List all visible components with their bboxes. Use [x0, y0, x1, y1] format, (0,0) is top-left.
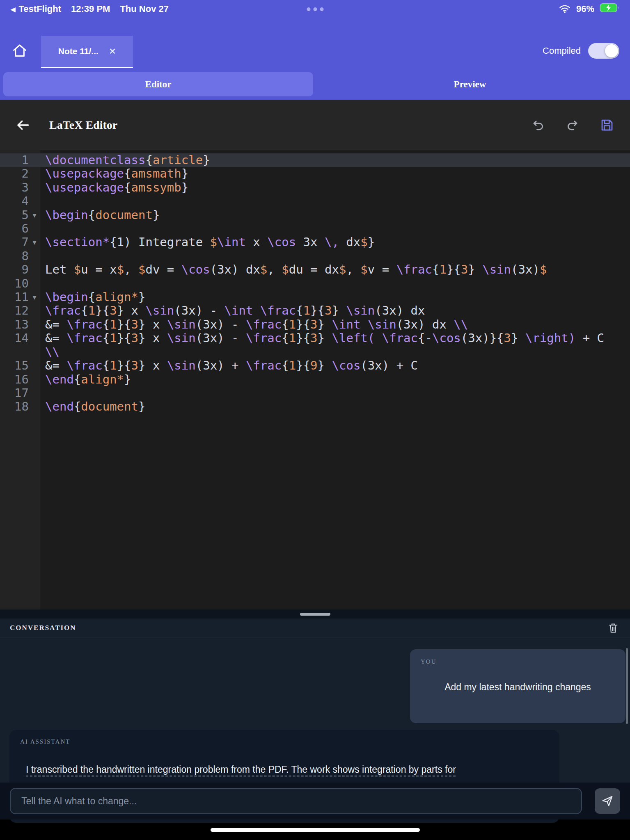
undo-button[interactable]: [529, 116, 547, 134]
line-number: 9: [0, 263, 29, 276]
code-line[interactable]: 12\frac{1}{3} x \sin(3x) - \int \frac{1}…: [0, 304, 630, 317]
fold-spacer: [29, 249, 40, 263]
line-gutter: 15: [0, 359, 40, 372]
back-to-app-label: TestFlight: [19, 4, 61, 14]
home-indicator[interactable]: [211, 828, 420, 832]
message-role-assistant: AI ASSISTANT: [20, 738, 549, 745]
code-line[interactable]: 10: [0, 277, 630, 290]
code-line-text[interactable]: \usepackage{amsmath}: [40, 167, 630, 180]
fold-spacer: [29, 400, 40, 413]
fold-chevron-icon[interactable]: ▾: [29, 208, 40, 222]
code-line[interactable]: 1\documentclass{article}: [0, 153, 630, 167]
fold-spacer: [29, 153, 40, 167]
fold-chevron-icon[interactable]: ▾: [29, 290, 40, 304]
line-number: 4: [0, 194, 29, 208]
line-number: 16: [0, 373, 29, 386]
home-button[interactable]: [11, 42, 29, 60]
drag-handle[interactable]: [300, 613, 330, 616]
code-line-text[interactable]: Let $u = x$, $dv = \cos(3x) dx$, $du = d…: [40, 263, 630, 276]
line-gutter: 14: [0, 331, 40, 359]
back-to-app-icon: ◀: [11, 6, 16, 12]
code-line-text[interactable]: \begin{align*}: [40, 290, 630, 304]
ipad-screen: ◀ TestFlight 12:39 PM Thu Nov 27 96%: [0, 0, 630, 840]
code-line[interactable]: 2\usepackage{amsmath}: [0, 167, 630, 180]
line-number: 18: [0, 400, 29, 413]
line-gutter: 5▾: [0, 208, 40, 222]
multitasking-dots-icon[interactable]: [307, 7, 323, 11]
save-icon[interactable]: [598, 116, 616, 134]
code-line[interactable]: 4: [0, 194, 630, 208]
line-gutter: 7▾: [0, 235, 40, 249]
line-gutter: 17: [0, 386, 40, 400]
line-gutter: 8: [0, 249, 40, 263]
fold-spacer: [29, 277, 40, 290]
line-gutter: 3: [0, 181, 40, 194]
code-line[interactable]: 16\end{align*}: [0, 373, 630, 386]
code-line-text[interactable]: &= \frac{1}{3} x \sin(3x) - \frac{1}{3} …: [40, 318, 630, 331]
line-gutter: 12: [0, 304, 40, 317]
line-number: 12: [0, 304, 29, 317]
redo-button[interactable]: [564, 116, 582, 134]
code-line-text[interactable]: &= \frac{1}{3} x \sin(3x) - \frac{1}{3} …: [40, 331, 630, 359]
code-editor[interactable]: 1\documentclass{article}2\usepackage{ams…: [0, 150, 630, 609]
code-line-text[interactable]: \frac{1}{3} x \sin(3x) - \int \frac{1}{3…: [40, 304, 630, 317]
back-button[interactable]: [14, 116, 32, 134]
code-line-text[interactable]: \documentclass{article}: [40, 153, 630, 167]
fold-spacer: [29, 359, 40, 372]
line-number: 2: [0, 167, 29, 180]
code-line-text[interactable]: \section*{1) Integrate $\int x \cos 3x \…: [40, 235, 630, 249]
fold-spacer: [29, 386, 40, 400]
line-number: 11: [0, 290, 29, 304]
code-line[interactable]: 18\end{document}: [0, 400, 630, 413]
tab-note[interactable]: Note 11/... ×: [41, 36, 133, 67]
code-line[interactable]: 8: [0, 249, 630, 263]
send-button[interactable]: [595, 788, 620, 814]
ai-instruction-input[interactable]: [10, 788, 582, 814]
ai-input-bar: [0, 783, 630, 819]
fold-spacer: [29, 167, 40, 180]
trash-icon[interactable]: [606, 621, 620, 635]
code-line-text[interactable]: \end{align*}: [40, 373, 630, 386]
code-line[interactable]: 6: [0, 222, 630, 235]
fold-spacer: [29, 194, 40, 208]
line-number: 8: [0, 249, 29, 263]
compiled-toggle[interactable]: [588, 43, 619, 59]
code-line-text[interactable]: &= \frac{1}{3} x \sin(3x) + \frac{1}{9} …: [40, 359, 630, 372]
line-gutter: 16: [0, 373, 40, 386]
fold-spacer: [29, 373, 40, 386]
code-line-text[interactable]: [40, 194, 630, 208]
tab-close-icon[interactable]: ×: [109, 46, 116, 57]
line-number: 13: [0, 318, 29, 331]
code-line-text[interactable]: [40, 249, 630, 263]
back-to-app-button[interactable]: ◀ TestFlight: [11, 4, 61, 14]
code-line-text[interactable]: [40, 222, 630, 235]
code-line-text[interactable]: \begin{document}: [40, 208, 630, 222]
code-line[interactable]: 15&= \frac{1}{3} x \sin(3x) + \frac{1}{9…: [0, 359, 630, 372]
line-number: 7: [0, 235, 29, 249]
line-gutter: 2: [0, 167, 40, 180]
code-line[interactable]: 11▾\begin{align*}: [0, 290, 630, 304]
code-line-text[interactable]: \usepackage{amssymb}: [40, 181, 630, 194]
line-gutter: 1: [0, 153, 40, 167]
user-message-text: Add my latest handwriting changes: [421, 682, 615, 693]
code-line[interactable]: 5▾\begin{document}: [0, 208, 630, 222]
code-line[interactable]: 3\usepackage{amssymb}: [0, 181, 630, 194]
tab-preview[interactable]: Preview: [313, 72, 627, 96]
code-line[interactable]: 7▾\section*{1) Integrate $\int x \cos 3x…: [0, 235, 630, 249]
code-line-text[interactable]: \end{document}: [40, 400, 630, 413]
conversation-title: CONVERSATION: [10, 624, 76, 632]
conversation-scrollbar[interactable]: [626, 648, 628, 724]
fold-chevron-icon[interactable]: ▾: [29, 235, 40, 249]
code-line[interactable]: 14&= \frac{1}{3} x \sin(3x) - \frac{1}{3…: [0, 331, 630, 359]
code-line[interactable]: 17: [0, 386, 630, 400]
line-number: 1: [0, 153, 29, 167]
code-line[interactable]: 9Let $u = x$, $dv = \cos(3x) dx$, $du = …: [0, 263, 630, 276]
user-message-bubble: YOU Add my latest handwriting changes: [410, 649, 625, 723]
code-line-text[interactable]: [40, 386, 630, 400]
battery-charging-icon: [600, 3, 619, 15]
tab-note-label: Note 11/...: [58, 46, 99, 56]
code-line[interactable]: 13&= \frac{1}{3} x \sin(3x) - \frac{1}{3…: [0, 318, 630, 331]
code-line-text[interactable]: [40, 277, 630, 290]
tab-editor[interactable]: Editor: [3, 72, 313, 96]
tab-editor-label: Editor: [145, 79, 172, 90]
